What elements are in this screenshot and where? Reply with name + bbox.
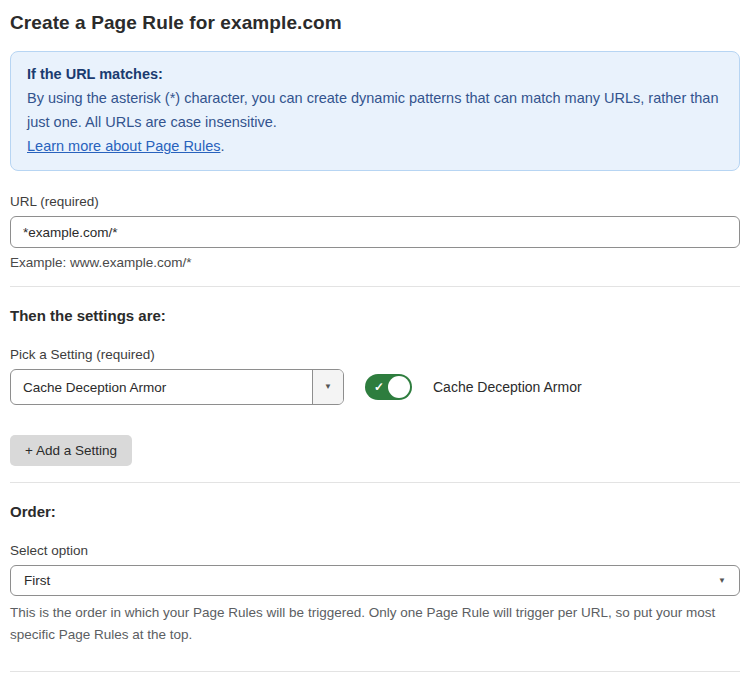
cache-deception-armor-toggle[interactable]: ✓ bbox=[365, 374, 412, 400]
url-example-hint: Example: www.example.com/* bbox=[10, 255, 740, 270]
url-matches-info-box: If the URL matches: By using the asteris… bbox=[10, 51, 740, 171]
setting-picker-label: Pick a Setting (required) bbox=[10, 347, 740, 362]
add-setting-button[interactable]: + Add a Setting bbox=[10, 435, 132, 466]
order-hint-text: This is the order in which your Page Rul… bbox=[10, 602, 730, 646]
url-field-label: URL (required) bbox=[10, 194, 740, 209]
info-box-body: By using the asterisk (*) character, you… bbox=[27, 86, 723, 134]
order-select-value: First bbox=[24, 573, 50, 588]
divider bbox=[10, 482, 740, 483]
order-section-heading: Order: bbox=[10, 503, 740, 520]
link-period: . bbox=[220, 138, 224, 154]
setting-select-value: Cache Deception Armor bbox=[11, 370, 312, 404]
divider bbox=[10, 671, 740, 672]
setting-row: Cache Deception Armor ▼ ✓ Cache Deceptio… bbox=[10, 369, 740, 405]
page-title: Create a Page Rule for example.com bbox=[10, 12, 740, 34]
chevron-down-icon: ▼ bbox=[718, 577, 726, 585]
setting-select[interactable]: Cache Deception Armor ▼ bbox=[10, 369, 344, 405]
settings-section-heading: Then the settings are: bbox=[10, 307, 740, 324]
toggle-knob bbox=[388, 376, 410, 398]
order-select-label: Select option bbox=[10, 543, 740, 558]
divider bbox=[10, 286, 740, 287]
info-box-link-line: Learn more about Page Rules. bbox=[27, 134, 723, 158]
learn-more-link[interactable]: Learn more about Page Rules bbox=[27, 138, 220, 154]
setting-select-arrow-button[interactable]: ▼ bbox=[312, 370, 343, 404]
order-select[interactable]: First ▼ bbox=[10, 565, 740, 596]
toggle-label: Cache Deception Armor bbox=[433, 379, 582, 395]
info-box-heading: If the URL matches: bbox=[27, 62, 723, 86]
check-icon: ✓ bbox=[374, 381, 384, 393]
url-input[interactable] bbox=[10, 216, 740, 248]
setting-toggle-group: ✓ Cache Deception Armor bbox=[365, 374, 582, 400]
page-rule-form: Create a Page Rule for example.com If th… bbox=[0, 0, 750, 679]
chevron-down-icon: ▼ bbox=[324, 383, 332, 391]
